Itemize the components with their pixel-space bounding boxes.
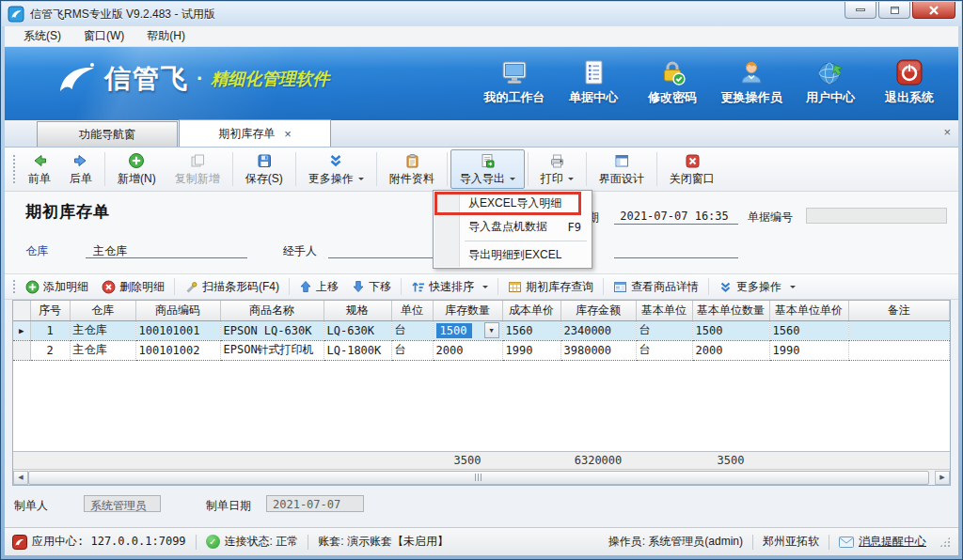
col-header[interactable]: 基本单位单价 (769, 301, 848, 320)
arrow-down-icon (352, 280, 365, 293)
col-header[interactable]: 基本单位 (636, 301, 692, 320)
separator (497, 278, 498, 295)
save-button[interactable]: 保存(S) (236, 149, 292, 189)
brand-logo-icon (54, 60, 97, 98)
move-down-button[interactable]: 下移 (345, 276, 398, 297)
ui-design-button[interactable]: 界面设计 (590, 149, 654, 189)
menu-item-export-to-excel[interactable]: 导出明细到EXCEL (434, 243, 591, 267)
tab-opening-inventory[interactable]: 期初库存单 × (179, 119, 331, 147)
move-up-button[interactable]: 上移 (292, 276, 345, 297)
col-header[interactable]: 库存金额 (560, 301, 636, 320)
row-marker: ▶ (13, 320, 30, 340)
table-row[interactable]: 2 主仓库 100101002 EPSON针式打印机 LQ-1800K 台 20… (13, 340, 950, 360)
scroll-right-button[interactable]: ▶ (935, 471, 950, 485)
scroll-left-button[interactable]: ◀ (13, 471, 28, 485)
toolbar-grip (11, 278, 16, 295)
col-header[interactable]: 规格 (324, 301, 391, 320)
separator (232, 152, 233, 186)
message-center-link[interactable]: 消息提醒中心 (839, 534, 926, 550)
col-header[interactable]: 商品编码 (135, 301, 220, 320)
banner-action-label: 修改密码 (648, 89, 697, 106)
total-quantity: 3500 (433, 452, 502, 469)
x-circle-icon (102, 280, 116, 294)
resize-grip[interactable] (939, 537, 951, 548)
add-new-button[interactable]: 新增(N) (108, 149, 166, 189)
banner-action-exit[interactable]: 退出系统 (870, 54, 949, 106)
col-header[interactable]: 成本单价 (502, 301, 560, 320)
col-header[interactable]: 仓库 (70, 301, 135, 320)
restore-icon (891, 7, 899, 14)
printer-icon (548, 152, 565, 169)
tab-label: 功能导航窗 (79, 127, 135, 143)
banner-action-switch-operator[interactable]: 更换操作员 (712, 54, 791, 106)
menu-help[interactable]: 帮助(H) (135, 26, 197, 46)
detail-more-operations-button[interactable]: 更多操作 (712, 276, 802, 297)
banner: 信管飞 · 精细化管理软件 我的工作台 单据中心 (5, 47, 958, 120)
col-header[interactable]: 库存数量 (433, 301, 502, 320)
prev-doc-button[interactable]: 前单 (19, 149, 60, 189)
add-detail-button[interactable]: 添加明细 (19, 276, 95, 297)
menu-item-import-inventory-machine[interactable]: 导入盘点机数据 F9 (434, 215, 591, 239)
quantity-value[interactable]: 1500 (436, 323, 472, 338)
banner-action-change-password[interactable]: 修改密码 (633, 54, 712, 106)
col-header[interactable]: 单位 (391, 301, 433, 320)
menu-bar: 系统(S) 窗口(W) 帮助(H) (5, 26, 958, 47)
col-header[interactable]: 备注 (848, 301, 950, 320)
separator (289, 278, 290, 295)
more-operations-button[interactable]: 更多操作 (299, 149, 373, 189)
attachments-button[interactable]: 附件资料 (380, 149, 444, 189)
table-header-row: 序号 仓库 商品编码 商品名称 规格 单位 库存数量 成本单价 库存金额 基本单… (13, 301, 950, 320)
warehouse-field[interactable]: 主仓库 (86, 241, 247, 258)
quantity-cell[interactable]: 1500 ▼ (433, 320, 502, 340)
print-button[interactable]: 打印 (531, 149, 583, 189)
total-base-quantity: 3500 (692, 452, 769, 469)
tab-nav-window[interactable]: 功能导航窗 (37, 121, 178, 147)
banner-action-doc-center[interactable]: 单据中心 (554, 54, 633, 106)
check-icon: ✓ (206, 535, 220, 549)
col-header[interactable]: 商品名称 (220, 301, 324, 320)
company-name: 郑州亚拓软 (763, 534, 819, 550)
restore-button[interactable] (878, 2, 910, 19)
opening-inventory-query-button[interactable]: 期初库存查询 (501, 276, 600, 297)
tabstrip-close-icon[interactable]: × (943, 125, 951, 139)
toolbar-grip (11, 153, 16, 185)
horizontal-scrollbar[interactable]: ◀ ▶ (13, 469, 950, 485)
separator (174, 278, 175, 295)
total-amount: 6320000 (560, 452, 636, 469)
menu-item-import-from-excel[interactable]: 从EXCEL导入明细 (434, 192, 591, 215)
quantity-dropdown-button[interactable]: ▼ (484, 322, 499, 338)
status-bar: 应用中心: 127.0.0.1:7099 ✓ 连接状态: 正常 账套: 演示账套… (5, 527, 958, 555)
client-area: 系统(S) 窗口(W) 帮助(H) 信管飞 · 精细化管理软件 我的工作台 (5, 26, 958, 555)
date-field[interactable]: 2021-07-07 16:35 (614, 207, 738, 225)
menu-window[interactable]: 窗口(W) (72, 26, 135, 46)
quantity-editor[interactable]: 1500 ▼ (436, 321, 499, 339)
scrollbar-thumb[interactable] (28, 471, 929, 485)
separator (447, 152, 448, 186)
banner-action-workstation[interactable]: 我的工作台 (475, 54, 554, 106)
banner-action-label: 更换操作员 (721, 89, 782, 106)
operator-status: 操作员: 系统管理员(admin) (608, 534, 743, 550)
extra-field[interactable] (614, 241, 738, 258)
import-export-button[interactable]: 导入导出 (450, 149, 525, 189)
form-detail-icon (613, 280, 627, 294)
col-header[interactable]: 基本单位数量 (692, 301, 769, 320)
table-row[interactable]: ▶ 1 主仓库 100101001 EPSON LQ-630K LQ-630K … (13, 320, 950, 340)
separator (295, 152, 296, 186)
clipboard-icon (403, 152, 420, 169)
double-chevron-down-icon (718, 280, 733, 294)
next-doc-button[interactable]: 后单 (60, 149, 102, 189)
separator (603, 278, 604, 295)
plus-circle-icon (128, 152, 145, 169)
minimize-button[interactable] (845, 2, 876, 19)
delete-detail-button[interactable]: 删除明细 (95, 276, 171, 297)
close-window-button[interactable]: 关闭窗口 (660, 149, 724, 189)
banner-action-user-center[interactable]: 用户中心 (791, 54, 870, 106)
close-button[interactable] (912, 2, 955, 19)
quick-sort-button[interactable]: 快速排序 (404, 276, 495, 297)
menu-shortcut: F9 (568, 221, 581, 234)
scan-barcode-button[interactable]: 扫描条形码(F4) (178, 276, 286, 297)
col-header[interactable]: 序号 (30, 301, 70, 320)
menu-system[interactable]: 系统(S) (12, 26, 72, 46)
tab-close-icon[interactable]: × (284, 128, 292, 140)
view-product-detail-button[interactable]: 查看商品详情 (607, 276, 705, 297)
